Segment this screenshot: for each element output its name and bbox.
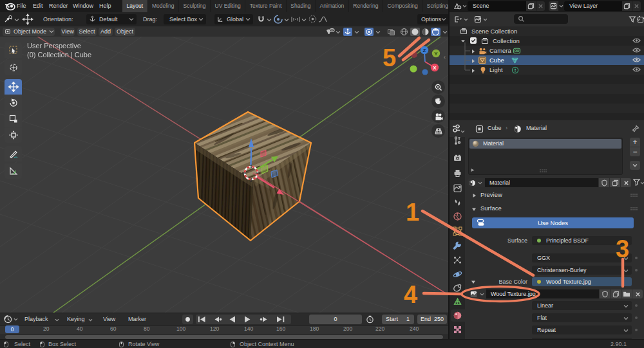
svg-text:Y: Y [434, 51, 438, 57]
svg-text:Z: Z [423, 48, 426, 53]
svg-text:X: X [433, 65, 437, 71]
